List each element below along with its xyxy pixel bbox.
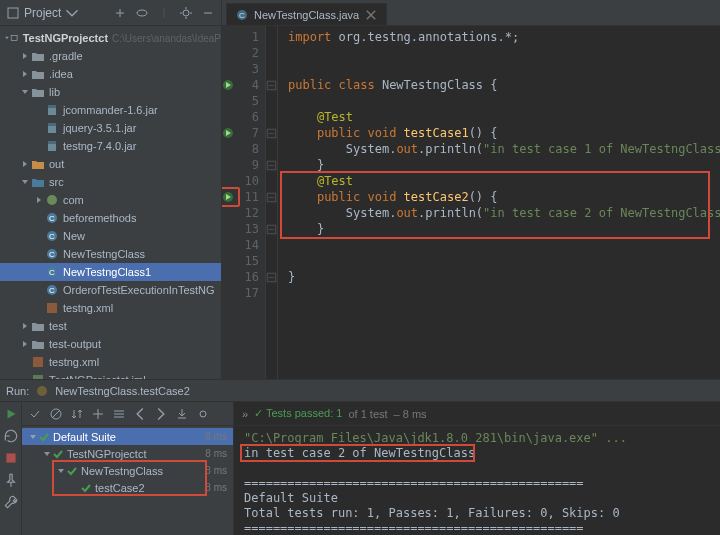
tree-row[interactable]: TestNGProjectctC:\Users\anandas\IdeaP xyxy=(0,29,221,47)
console-output[interactable]: "C:\Program Files\Java\jdk1.8.0_281\bin\… xyxy=(234,426,720,535)
tree-row[interactable]: COrderofTestExecutionInTestNG xyxy=(0,281,221,299)
chevron-down-icon[interactable] xyxy=(65,6,79,20)
code-line[interactable] xyxy=(288,253,720,269)
tree-row[interactable]: testng.xml xyxy=(0,299,221,317)
test-tree-row[interactable]: TestNGProjectct8 ms xyxy=(22,445,233,462)
svg-rect-35 xyxy=(6,453,15,462)
code-line[interactable]: } xyxy=(288,269,720,285)
folder-icon xyxy=(31,337,45,351)
tree-row[interactable]: jquery-3.5.1.jar xyxy=(0,119,221,137)
tree-row[interactable]: test xyxy=(0,317,221,335)
svg-rect-21 xyxy=(33,357,43,367)
tree-label: .idea xyxy=(49,68,73,80)
tree-row[interactable]: com xyxy=(0,191,221,209)
sort-icon[interactable] xyxy=(70,407,84,421)
tree-row[interactable]: out xyxy=(0,155,221,173)
console-line: Default Suite xyxy=(244,491,710,506)
tree-row[interactable]: test-output xyxy=(0,335,221,353)
code-line[interactable] xyxy=(288,285,720,301)
tree-row[interactable]: lib xyxy=(0,83,221,101)
tree-row[interactable]: testng-7.4.0.jar xyxy=(0,137,221,155)
tree-row[interactable]: src xyxy=(0,173,221,191)
code-line[interactable]: public class NewTestngClass { xyxy=(288,77,720,93)
console-line: ========================================… xyxy=(244,476,710,491)
svg-rect-22 xyxy=(33,375,43,379)
tree-row[interactable]: Cbeforemethods xyxy=(0,209,221,227)
tab-label: NewTestngClass.java xyxy=(254,9,359,21)
pin-icon[interactable] xyxy=(3,472,19,488)
rerun-icon[interactable] xyxy=(3,406,19,422)
gear-icon[interactable] xyxy=(179,6,193,20)
code-line[interactable]: } xyxy=(288,157,720,173)
collapse-all-icon[interactable] xyxy=(113,6,127,20)
code-line[interactable]: @Test xyxy=(288,173,720,189)
pass-tick-icon xyxy=(53,449,63,459)
rerun-failed-icon[interactable] xyxy=(3,428,19,444)
code-editor[interactable]: import org.testng.annotations.*;public c… xyxy=(278,26,720,379)
prev-icon[interactable] xyxy=(133,407,147,421)
close-icon[interactable] xyxy=(364,8,378,22)
tree-row[interactable]: testng.xml xyxy=(0,353,221,371)
code-line[interactable] xyxy=(288,61,720,77)
code-line[interactable]: import org.testng.annotations.*; xyxy=(288,29,720,45)
run-test-tree[interactable]: Default Suite8 msTestNGProjectct8 msNewT… xyxy=(22,426,233,535)
tree-label: NewTestngClass1 xyxy=(63,266,151,278)
test-time: 8 ms xyxy=(205,465,227,476)
code-line[interactable] xyxy=(288,237,720,253)
collapse-icon[interactable] xyxy=(112,407,126,421)
test-label: TestNGProjectct xyxy=(67,448,146,460)
iml-icon xyxy=(31,373,45,379)
wrench-icon[interactable] xyxy=(3,494,19,510)
code-line[interactable]: public void testCase1() { xyxy=(288,125,720,141)
code-line[interactable]: public void testCase2() { xyxy=(288,189,720,205)
tree-label: jcommander-1.6.jar xyxy=(63,104,158,116)
test-label: Default Suite xyxy=(53,431,116,443)
folder-o-icon xyxy=(31,157,45,171)
tree-row[interactable]: CNew xyxy=(0,227,221,245)
expand-icon[interactable] xyxy=(91,407,105,421)
sidebar-title: Project xyxy=(24,6,61,20)
fold-column[interactable] xyxy=(266,26,278,379)
export-icon[interactable] xyxy=(175,407,189,421)
tree-row[interactable]: CNewTestngClass xyxy=(0,245,221,263)
project-sidebar: Project TestNGProjectctC:\Users\anandas\… xyxy=(0,0,222,379)
code-line[interactable]: System.out.println("in test case 2 of Ne… xyxy=(288,205,720,221)
hide-icon[interactable] xyxy=(135,6,149,20)
check-icon[interactable] xyxy=(28,407,42,421)
cog-icon[interactable] xyxy=(196,407,210,421)
code-line[interactable]: } xyxy=(288,221,720,237)
next-icon[interactable] xyxy=(154,407,168,421)
code-line[interactable] xyxy=(288,45,720,61)
line-gutter[interactable]: 1234567891011121314151617 xyxy=(222,26,266,379)
tree-label: testng.xml xyxy=(63,302,113,314)
gutter-run-icon[interactable] xyxy=(222,127,234,139)
chevrons-icon: » xyxy=(242,408,248,420)
folder-icon xyxy=(31,85,45,99)
project-tree[interactable]: TestNGProjectctC:\Users\anandas\IdeaP.gr… xyxy=(0,26,221,379)
tree-label: jquery-3.5.1.jar xyxy=(63,122,136,134)
tab-newtestngclass[interactable]: C NewTestngClass.java xyxy=(226,3,387,25)
xml-icon xyxy=(45,301,59,315)
tree-row[interactable]: .gradle xyxy=(0,47,221,65)
console-line: Total tests run: 1, Passes: 1, Failures:… xyxy=(244,506,710,521)
code-line[interactable]: System.out.println("in test case 1 of Ne… xyxy=(288,141,720,157)
code-line[interactable]: @Test xyxy=(288,109,720,125)
test-tree-row[interactable]: Default Suite8 ms xyxy=(22,428,233,445)
tree-label: out xyxy=(49,158,64,170)
test-tree-row[interactable]: testCase28 ms xyxy=(22,479,233,496)
tree-row[interactable]: jcommander-1.6.jar xyxy=(0,101,221,119)
minimize-icon[interactable] xyxy=(201,6,215,20)
gutter-run-icon[interactable] xyxy=(222,191,234,203)
ban-icon[interactable] xyxy=(49,407,63,421)
stop-icon[interactable] xyxy=(3,450,19,466)
run-treebar xyxy=(22,402,233,426)
project-icon xyxy=(6,6,20,20)
tree-row[interactable]: .idea xyxy=(0,65,221,83)
svg-text:C: C xyxy=(49,232,55,241)
test-time: 8 ms xyxy=(205,448,227,459)
gutter-run-icon[interactable] xyxy=(222,79,234,91)
tree-row[interactable]: TestNGProjectct.iml xyxy=(0,371,221,379)
test-tree-row[interactable]: NewTestngClass8 ms xyxy=(22,462,233,479)
code-line[interactable] xyxy=(288,93,720,109)
tree-row[interactable]: CNewTestngClass1 xyxy=(0,263,221,281)
